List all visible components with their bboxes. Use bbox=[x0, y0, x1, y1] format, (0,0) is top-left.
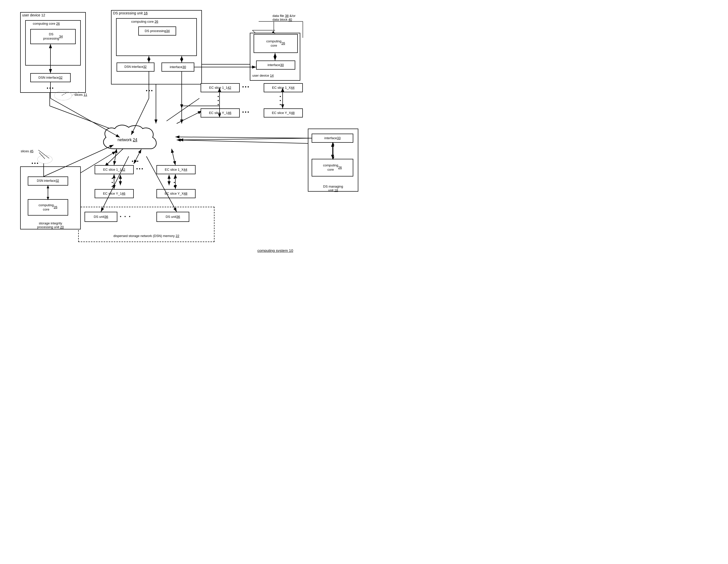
svg-line-56 bbox=[146, 156, 177, 212]
dots-ud12: ••• bbox=[47, 86, 55, 91]
ds-unit-36a: DS unit 36 bbox=[85, 212, 117, 222]
dots-ds-units: • • • bbox=[120, 214, 131, 219]
dots-ec-bot-v2: ••• bbox=[174, 177, 175, 189]
svg-line-61 bbox=[175, 137, 312, 138]
network-cloud: network 24 bbox=[98, 124, 174, 156]
ec-slice-y-1-46-bot: EC slice Y_1 46 bbox=[95, 189, 134, 198]
dots-ec-top-y-h: ••• bbox=[242, 110, 250, 115]
slices-11-ellipse bbox=[54, 91, 72, 100]
ec-slice-y-x-48-top: EC slice Y_X 48 bbox=[264, 108, 303, 118]
computing-core-26-ud14: computingcore 26 bbox=[254, 34, 298, 53]
user-device-14-label: user device 14 bbox=[252, 74, 274, 77]
dsn-interface-32-sip: DSN interface 32 bbox=[28, 177, 68, 186]
storage-integrity-unit-20-label: storage integrityprocessing unit 20 bbox=[22, 221, 79, 229]
dots-ec-bot-v1: ••• bbox=[112, 177, 113, 189]
ds-processing-unit-16-label: DS processing unit 16 bbox=[113, 11, 148, 15]
ec-slice-1-1-42-top: EC slice 1_1 42 bbox=[201, 83, 240, 92]
dots-network-below: ••• bbox=[132, 159, 140, 164]
slices-45-ellipse bbox=[37, 155, 52, 164]
dsn-interface-32-dpu16: DSN interface 32 bbox=[117, 63, 154, 72]
dots-sip-above: ••• bbox=[32, 161, 39, 166]
computing-core-26-dpu16 bbox=[116, 18, 197, 56]
dsn-interface-32-ud12: DSN interface 32 bbox=[30, 73, 71, 82]
ec-slice-1-x-44-bot: EC slice 1_X 44 bbox=[156, 165, 196, 174]
dots-ec-top-h: ••• bbox=[242, 85, 250, 90]
interface-30-ud14: interface 30 bbox=[256, 61, 295, 70]
svg-line-60 bbox=[179, 138, 312, 140]
computing-core-26-sip: computingcore 26 bbox=[28, 199, 68, 216]
user-device-12-label: user device 12 bbox=[22, 13, 45, 17]
svg-line-20 bbox=[177, 140, 318, 144]
svg-text:network 24: network 24 bbox=[118, 138, 137, 142]
computing-system-10-label: computing system 10 bbox=[257, 248, 293, 253]
svg-line-55 bbox=[101, 156, 129, 212]
ec-slice-y-1-46-top: EC slice Y_1 46 bbox=[201, 108, 240, 118]
arrow-sip-internal bbox=[46, 185, 50, 200]
dots-ec-top-v1: ••• bbox=[218, 95, 219, 107]
slices-11-label: slices 11 bbox=[74, 93, 87, 97]
computing-core-26-ud12-label: computing core 26 bbox=[33, 22, 60, 25]
dots-ec-bot-h: ••• bbox=[136, 166, 144, 172]
dots-ec-top-v2: ••• bbox=[280, 95, 281, 107]
interface-33-dmu18: interface 33 bbox=[312, 134, 353, 143]
computing-core-26-dmu18: computingcore 26 bbox=[312, 159, 353, 177]
ds-processing-34-ud12: DSprocessing 34 bbox=[30, 29, 76, 44]
ec-slice-1-x-44-top: EC slice 1_X 44 bbox=[264, 83, 303, 92]
data-file-38-label: data file 38 &/ordata block 40 bbox=[273, 14, 295, 21]
diagram: user device 12 computing core 26 DSproce… bbox=[0, 0, 364, 282]
dots-dpu16: ••• bbox=[146, 88, 154, 94]
interface-30-dpu16: interface 30 bbox=[161, 63, 194, 72]
storage-integrity-unit-20-box bbox=[20, 166, 81, 230]
ds-processing-34-dpu16: DS processing 34 bbox=[138, 26, 176, 36]
ec-slice-1-1-42-bot: EC slice 1_1 42 bbox=[95, 165, 134, 174]
arrow-dmu-internal bbox=[331, 143, 335, 160]
ds-managing-unit-18-label: DS managingunit 18 bbox=[310, 185, 356, 192]
svg-line-22 bbox=[177, 111, 202, 124]
slices-45-label: slices 45 bbox=[21, 149, 34, 153]
dsn-memory-label: dispersed storage network (DSN) memory 2… bbox=[88, 234, 204, 238]
svg-line-23 bbox=[167, 98, 199, 121]
ec-slice-y-x-48-bot: EC slice Y_X 48 bbox=[156, 189, 196, 198]
ds-unit-36b: DS unit 36 bbox=[156, 212, 189, 222]
computing-core-26-dpu16-label: computing core 26 bbox=[131, 20, 158, 23]
